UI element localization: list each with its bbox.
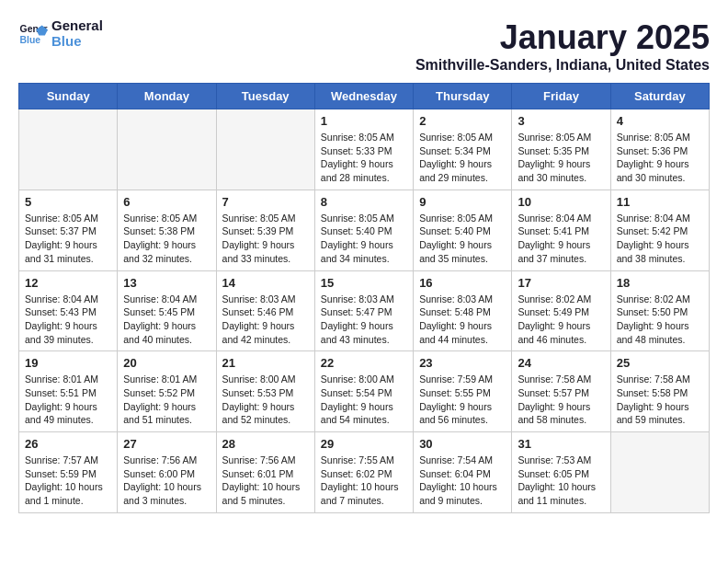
day-info: Sunrise: 7:58 AM Sunset: 5:58 PM Dayligh… xyxy=(617,373,703,427)
logo-icon: General Blue xyxy=(18,19,48,49)
calendar-cell: 17Sunrise: 8:02 AM Sunset: 5:49 PM Dayli… xyxy=(512,270,610,351)
day-info: Sunrise: 8:00 AM Sunset: 5:54 PM Dayligh… xyxy=(321,373,407,427)
day-info: Sunrise: 7:53 AM Sunset: 6:05 PM Dayligh… xyxy=(518,454,604,508)
weekday-header-monday: Monday xyxy=(118,84,216,109)
day-number: 25 xyxy=(617,356,703,370)
day-info: Sunrise: 8:05 AM Sunset: 5:38 PM Dayligh… xyxy=(123,212,210,266)
weekday-header-friday: Friday xyxy=(512,84,610,109)
calendar-cell: 25Sunrise: 7:58 AM Sunset: 5:58 PM Dayli… xyxy=(610,351,709,432)
day-number: 4 xyxy=(617,114,703,128)
day-info: Sunrise: 8:01 AM Sunset: 5:51 PM Dayligh… xyxy=(25,373,111,427)
day-info: Sunrise: 7:56 AM Sunset: 6:00 PM Dayligh… xyxy=(123,454,210,508)
day-info: Sunrise: 8:05 AM Sunset: 5:40 PM Dayligh… xyxy=(321,212,407,266)
calendar-cell: 10Sunrise: 8:04 AM Sunset: 5:41 PM Dayli… xyxy=(512,190,610,270)
calendar-cell: 2Sunrise: 8:05 AM Sunset: 5:34 PM Daylig… xyxy=(414,109,512,190)
calendar-cell: 19Sunrise: 8:01 AM Sunset: 5:51 PM Dayli… xyxy=(19,351,118,432)
day-number: 27 xyxy=(123,437,210,451)
day-info: Sunrise: 8:05 AM Sunset: 5:37 PM Dayligh… xyxy=(25,212,111,266)
day-info: Sunrise: 8:04 AM Sunset: 5:43 PM Dayligh… xyxy=(25,293,111,347)
calendar-cell: 13Sunrise: 8:04 AM Sunset: 5:45 PM Dayli… xyxy=(118,270,216,351)
logo-line1: General xyxy=(51,18,103,34)
day-number: 12 xyxy=(25,276,111,290)
calendar-cell xyxy=(216,109,314,190)
day-info: Sunrise: 8:02 AM Sunset: 5:50 PM Dayligh… xyxy=(617,293,703,347)
calendar-cell: 22Sunrise: 8:00 AM Sunset: 5:54 PM Dayli… xyxy=(314,351,413,432)
calendar-cell: 18Sunrise: 8:02 AM Sunset: 5:50 PM Dayli… xyxy=(610,270,709,351)
day-number: 17 xyxy=(518,276,604,290)
weekday-header-sunday: Sunday xyxy=(19,84,118,109)
day-info: Sunrise: 8:01 AM Sunset: 5:52 PM Dayligh… xyxy=(123,373,210,427)
day-number: 24 xyxy=(518,356,604,370)
calendar-week-0: 1Sunrise: 8:05 AM Sunset: 5:33 PM Daylig… xyxy=(19,109,710,190)
svg-text:Blue: Blue xyxy=(20,34,41,44)
calendar-cell xyxy=(610,432,709,513)
calendar-table: SundayMondayTuesdayWednesdayThursdayFrid… xyxy=(18,83,710,513)
day-number: 18 xyxy=(617,276,703,290)
calendar-cell xyxy=(118,109,216,190)
weekday-header-wednesday: Wednesday xyxy=(314,84,413,109)
day-number: 1 xyxy=(321,114,407,128)
day-info: Sunrise: 8:05 AM Sunset: 5:39 PM Dayligh… xyxy=(222,212,309,266)
day-info: Sunrise: 7:59 AM Sunset: 5:55 PM Dayligh… xyxy=(419,373,506,427)
calendar-cell: 7Sunrise: 8:05 AM Sunset: 5:39 PM Daylig… xyxy=(216,190,314,270)
day-number: 7 xyxy=(222,195,309,209)
calendar-cell: 24Sunrise: 7:58 AM Sunset: 5:57 PM Dayli… xyxy=(512,351,610,432)
calendar-cell: 15Sunrise: 8:03 AM Sunset: 5:47 PM Dayli… xyxy=(314,270,413,351)
day-info: Sunrise: 8:02 AM Sunset: 5:49 PM Dayligh… xyxy=(518,293,604,347)
day-number: 23 xyxy=(419,356,506,370)
calendar-cell: 5Sunrise: 8:05 AM Sunset: 5:37 PM Daylig… xyxy=(19,190,118,270)
day-info: Sunrise: 8:04 AM Sunset: 5:42 PM Dayligh… xyxy=(617,212,703,266)
day-number: 3 xyxy=(518,114,604,128)
day-number: 20 xyxy=(123,356,210,370)
calendar-cell: 3Sunrise: 8:05 AM Sunset: 5:35 PM Daylig… xyxy=(512,109,610,190)
day-number: 31 xyxy=(518,437,604,451)
weekday-header-tuesday: Tuesday xyxy=(216,84,314,109)
logo: General Blue General Blue xyxy=(18,18,103,49)
calendar-cell: 4Sunrise: 8:05 AM Sunset: 5:36 PM Daylig… xyxy=(610,109,709,190)
calendar-cell: 14Sunrise: 8:03 AM Sunset: 5:46 PM Dayli… xyxy=(216,270,314,351)
day-info: Sunrise: 8:05 AM Sunset: 5:35 PM Dayligh… xyxy=(518,131,604,185)
day-info: Sunrise: 8:05 AM Sunset: 5:33 PM Dayligh… xyxy=(321,131,407,185)
day-number: 15 xyxy=(321,276,407,290)
day-number: 11 xyxy=(617,195,703,209)
calendar-cell: 27Sunrise: 7:56 AM Sunset: 6:00 PM Dayli… xyxy=(118,432,216,513)
day-number: 16 xyxy=(419,276,506,290)
day-info: Sunrise: 8:05 AM Sunset: 5:40 PM Dayligh… xyxy=(419,212,506,266)
day-info: Sunrise: 7:56 AM Sunset: 6:01 PM Dayligh… xyxy=(222,454,309,508)
weekday-header-saturday: Saturday xyxy=(610,84,709,109)
calendar-cell: 23Sunrise: 7:59 AM Sunset: 5:55 PM Dayli… xyxy=(414,351,512,432)
calendar-cell xyxy=(19,109,118,190)
day-number: 14 xyxy=(222,276,309,290)
calendar-cell: 26Sunrise: 7:57 AM Sunset: 5:59 PM Dayli… xyxy=(19,432,118,513)
page-header: General Blue General Blue January 2025 S… xyxy=(18,18,710,74)
month-title: January 2025 xyxy=(415,18,710,57)
day-number: 30 xyxy=(419,437,506,451)
day-info: Sunrise: 8:03 AM Sunset: 5:46 PM Dayligh… xyxy=(222,293,309,347)
day-number: 6 xyxy=(123,195,210,209)
day-number: 10 xyxy=(518,195,604,209)
location-title: Smithville-Sanders, Indiana, United Stat… xyxy=(415,57,710,74)
calendar-week-4: 26Sunrise: 7:57 AM Sunset: 5:59 PM Dayli… xyxy=(19,432,710,513)
calendar-cell: 31Sunrise: 7:53 AM Sunset: 6:05 PM Dayli… xyxy=(512,432,610,513)
weekday-header-thursday: Thursday xyxy=(414,84,512,109)
day-info: Sunrise: 7:54 AM Sunset: 6:04 PM Dayligh… xyxy=(419,454,506,508)
day-info: Sunrise: 7:58 AM Sunset: 5:57 PM Dayligh… xyxy=(518,373,604,427)
day-number: 13 xyxy=(123,276,210,290)
calendar-cell: 8Sunrise: 8:05 AM Sunset: 5:40 PM Daylig… xyxy=(314,190,413,270)
day-info: Sunrise: 8:04 AM Sunset: 5:45 PM Dayligh… xyxy=(123,293,210,347)
day-number: 19 xyxy=(25,356,111,370)
calendar-cell: 1Sunrise: 8:05 AM Sunset: 5:33 PM Daylig… xyxy=(314,109,413,190)
day-info: Sunrise: 8:03 AM Sunset: 5:47 PM Dayligh… xyxy=(321,293,407,347)
calendar-week-1: 5Sunrise: 8:05 AM Sunset: 5:37 PM Daylig… xyxy=(19,190,710,270)
calendar-cell: 6Sunrise: 8:05 AM Sunset: 5:38 PM Daylig… xyxy=(118,190,216,270)
logo-line2: Blue xyxy=(51,34,103,50)
day-info: Sunrise: 7:57 AM Sunset: 5:59 PM Dayligh… xyxy=(25,454,111,508)
calendar-header: SundayMondayTuesdayWednesdayThursdayFrid… xyxy=(19,84,710,109)
day-number: 21 xyxy=(222,356,309,370)
day-number: 29 xyxy=(321,437,407,451)
calendar-cell: 9Sunrise: 8:05 AM Sunset: 5:40 PM Daylig… xyxy=(414,190,512,270)
day-info: Sunrise: 8:00 AM Sunset: 5:53 PM Dayligh… xyxy=(222,373,309,427)
calendar-cell: 12Sunrise: 8:04 AM Sunset: 5:43 PM Dayli… xyxy=(19,270,118,351)
day-info: Sunrise: 8:05 AM Sunset: 5:34 PM Dayligh… xyxy=(419,131,506,185)
day-number: 22 xyxy=(321,356,407,370)
